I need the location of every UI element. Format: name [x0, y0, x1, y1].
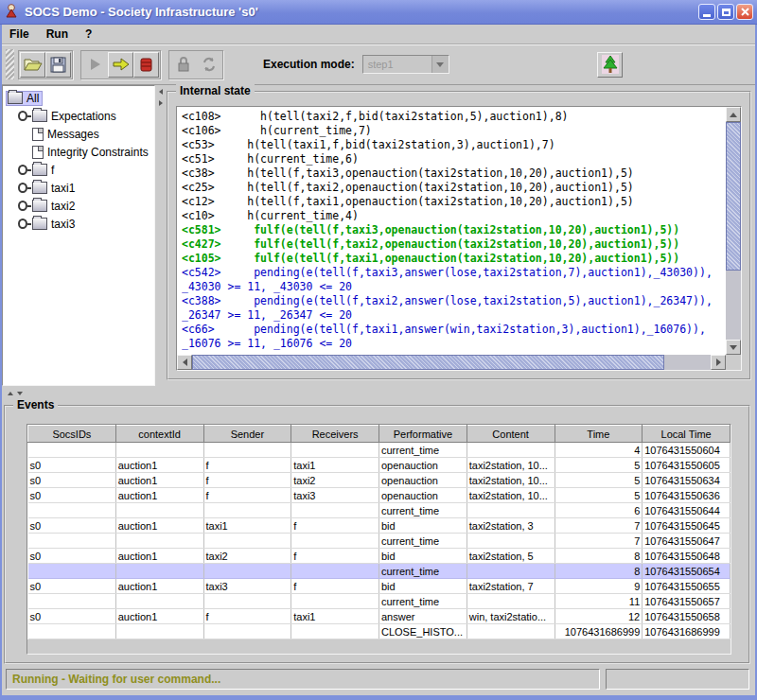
event-cell: 11 [555, 594, 643, 609]
collapse-left-icon[interactable] [156, 87, 165, 96]
menu-run[interactable]: Run [46, 27, 68, 41]
scroll-right-icon[interactable] [711, 355, 726, 370]
horizontal-scrollbar[interactable] [177, 355, 726, 370]
column-header-socsids[interactable]: SocsIDs [28, 426, 116, 443]
execution-mode-select[interactable]: step1 [362, 55, 449, 74]
collapse-up-icon[interactable] [8, 392, 13, 395]
event-cell: taxi1 [291, 458, 379, 473]
event-cell: CLOSE_HISTO... [379, 624, 467, 639]
event-cell: 6 [555, 503, 643, 518]
event-row[interactable]: s0auction1taxi1fbidtaxi2station, 3710764… [28, 518, 731, 534]
event-row[interactable]: current_time41076431550604 [28, 443, 731, 458]
scroll-up-icon[interactable] [726, 107, 741, 122]
application-window: SOCS Demo - Society Infrastructure 's0' … [0, 0, 757, 700]
column-header-contextid[interactable]: contextId [115, 426, 203, 443]
event-cell: 5 [555, 473, 643, 488]
scroll-down-icon[interactable] [726, 340, 741, 355]
menu-file[interactable]: File [9, 27, 29, 41]
maximize-button[interactable] [717, 4, 734, 20]
horizontal-scroll-thumb[interactable] [192, 355, 664, 370]
event-cell [28, 503, 116, 518]
vertical-split-divider[interactable] [155, 85, 166, 386]
expand-handle-icon[interactable] [14, 183, 31, 193]
event-cell: s0 [28, 518, 116, 534]
state-line: <c25> h(tell(f,taxi2,openauction(taxi2st… [182, 181, 722, 195]
expand-right-icon[interactable] [156, 98, 165, 108]
column-header-time[interactable]: Time [555, 426, 643, 443]
close-icon [741, 8, 749, 16]
event-cell: f [203, 473, 291, 488]
toolbar-drag-handle[interactable] [6, 49, 14, 79]
expand-handle-icon[interactable] [14, 219, 31, 229]
event-row[interactable]: s0auction1ftaxi1answerwin, taxi2statio..… [28, 609, 731, 624]
state-line: <c388> pending(e(tell(f,taxi2,answer(los… [182, 294, 722, 308]
column-header-sender[interactable]: Sender [203, 426, 291, 443]
column-header-content[interactable]: Content [467, 426, 555, 443]
event-cell: 4 [555, 443, 643, 458]
tree-item-expectations[interactable]: Expectations [3, 107, 154, 125]
event-cell [291, 594, 379, 609]
maximize-icon [722, 9, 731, 16]
save-button[interactable] [45, 52, 71, 78]
event-cell: 5 [555, 488, 643, 503]
event-cell: 8 [555, 564, 643, 579]
tree-item-taxi1[interactable]: taxi1 [3, 179, 154, 197]
step-button[interactable] [108, 52, 133, 78]
expand-handle-icon[interactable] [14, 111, 31, 121]
state-line: _43030 >= 11, _43030 <= 20 [182, 280, 722, 294]
execution-mode-value: step1 [363, 59, 431, 70]
event-cell: answer [379, 609, 467, 624]
society-tree-button[interactable] [597, 52, 623, 78]
column-header-receivers[interactable]: Receivers [291, 426, 379, 443]
event-row[interactable]: current_time111076431550657 [28, 594, 731, 609]
open-button[interactable] [20, 52, 45, 78]
event-cell: bid [379, 579, 467, 594]
internal-state-panel: Internal state <c108> h(tell(taxi2,f,bid… [167, 91, 751, 380]
stop-button[interactable] [133, 52, 159, 78]
event-cell: current_time [379, 534, 467, 549]
column-header-local-time[interactable]: Local Time [643, 426, 731, 443]
tree-item-taxi2[interactable]: taxi2 [3, 197, 154, 215]
scroll-left-icon[interactable] [177, 355, 192, 370]
menu-help[interactable]: ? [85, 27, 92, 41]
horizontal-split-divider[interactable] [2, 386, 755, 400]
event-cell: 8 [555, 549, 643, 564]
event-cell [28, 443, 116, 458]
event-row[interactable]: s0auction1taxi3fbidtaxi2station, 7910764… [28, 579, 731, 594]
event-row[interactable]: s0auction1ftaxi3openauctiontaxi2station,… [28, 488, 731, 503]
state-line: <c105> fulf(e(tell(f,taxi1,openauction(t… [182, 252, 722, 266]
event-row[interactable]: s0auction1ftaxi1openauctiontaxi2station,… [28, 458, 731, 473]
vertical-scrollbar[interactable] [726, 107, 741, 355]
column-header-performative[interactable]: Performative [379, 426, 467, 443]
state-line: <c53> h(tell(taxi1,f,bid(taxi2station,3)… [182, 138, 722, 152]
event-cell [28, 534, 116, 549]
expand-down-icon[interactable] [17, 392, 23, 395]
tree-item-integrity-constraints[interactable]: Integrity Constraints [3, 143, 154, 161]
event-cell [115, 503, 203, 518]
expand-handle-icon[interactable] [14, 201, 31, 211]
close-button[interactable] [736, 4, 753, 20]
event-row[interactable]: current_time61076431550644 [28, 503, 731, 518]
events-title: Events [13, 398, 58, 411]
event-cell [467, 594, 555, 609]
window-frame-left [0, 25, 2, 700]
event-row[interactable]: current_time81076431550654 [28, 564, 731, 579]
tree-item-f[interactable]: f [3, 161, 154, 179]
open-folder-icon [24, 57, 43, 72]
folder-icon [32, 218, 47, 230]
event-cell: 7 [555, 534, 643, 549]
event-cell: 1076431686999 [643, 624, 731, 639]
event-row[interactable]: CLOSE_HISTO...10764316869991076431686999 [28, 624, 731, 639]
tree-item-all[interactable]: All [3, 89, 154, 107]
event-row[interactable]: current_time71076431550647 [28, 534, 731, 549]
execution-mode-label: Execution mode: [263, 58, 355, 71]
minimize-button[interactable] [698, 4, 715, 20]
tree-item-messages[interactable]: Messages [3, 125, 154, 143]
event-row[interactable]: s0auction1ftaxi2openauctiontaxi2station,… [28, 473, 731, 488]
tree-item-taxi3[interactable]: taxi3 [3, 215, 154, 233]
expand-handle-icon[interactable] [14, 165, 31, 175]
event-cell: current_time [379, 503, 467, 518]
vertical-scroll-thumb[interactable] [726, 122, 741, 271]
event-row[interactable]: s0auction1taxi2fbidtaxi2station, 5810764… [28, 549, 731, 564]
state-line: <c542> pending(e(tell(f,taxi3,answer(los… [182, 266, 722, 280]
